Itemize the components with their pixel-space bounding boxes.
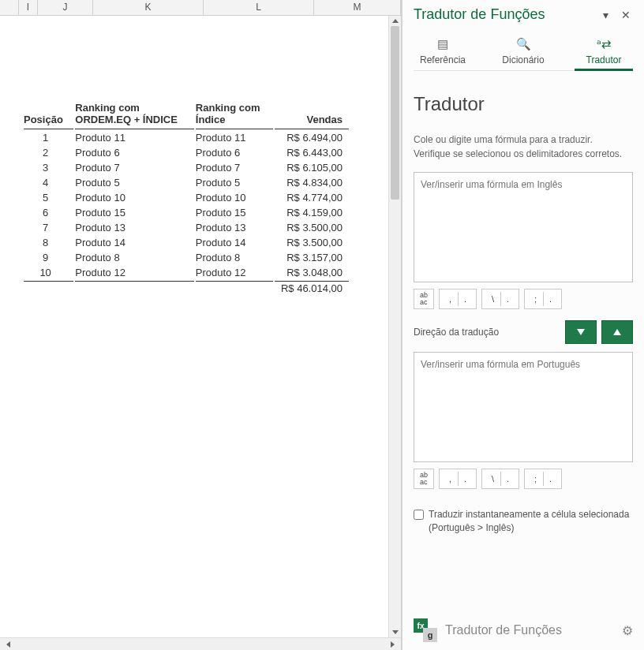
pos-cell: 9 [24, 251, 73, 264]
table-row[interactable]: 10Produto 12Produto 12R$ 3.048,00 [24, 266, 349, 279]
backslash-dot-toggle[interactable]: \. [481, 469, 519, 489]
total-cell: R$ 46.014,00 [275, 281, 349, 295]
rank2-cell: Produto 12 [196, 266, 273, 279]
table-row[interactable]: 3Produto 7Produto 7R$ 6.105,00 [24, 161, 349, 174]
section-title: Tradutor [414, 93, 633, 115]
rank2-cell: Produto 15 [196, 206, 273, 219]
pos-cell: 4 [24, 176, 73, 189]
translate-icon: ᵃ⇄ [575, 37, 633, 51]
pos-cell: 3 [24, 161, 73, 174]
gear-icon[interactable]: ⚙ [622, 623, 633, 638]
table-row[interactable]: 4Produto 5Produto 5R$ 4.834,00 [24, 176, 349, 189]
column-header-M[interactable]: M [314, 0, 401, 15]
tab-reference[interactable]: ▤Referência [414, 37, 472, 70]
value-cell: R$ 3.048,00 [275, 266, 349, 279]
horizontal-scrollbar[interactable] [0, 637, 401, 650]
pane-header: Tradutor de Funções ▾ ✕ [414, 6, 633, 23]
instant-translate-label: Traduzir instantaneamente a célula selec… [429, 508, 633, 535]
pane-menu-icon[interactable]: ▾ [598, 9, 612, 21]
rank2-cell: Produto 6 [196, 146, 273, 159]
delimiter-bar-bottom: ab ac ,. \. ;. [414, 469, 633, 489]
rank2-cell: Produto 10 [196, 191, 273, 204]
rank1-cell: Produto 10 [75, 191, 194, 204]
instant-translate-row[interactable]: Traduzir instantaneamente a célula selec… [414, 508, 633, 535]
pos-cell: 10 [24, 266, 73, 279]
cell-grid[interactable]: PosiçãoRanking comORDEM.EQ + ÍNDICERanki… [0, 16, 388, 637]
formula-input-portuguese[interactable] [414, 352, 633, 462]
rank2-cell: Produto 13 [196, 221, 273, 234]
rank1-cell: Produto 15 [75, 206, 194, 219]
table-row[interactable]: 6Produto 15Produto 15R$ 4.159,00 [24, 206, 349, 219]
table-row[interactable]: 7Produto 13Produto 13R$ 3.500,00 [24, 221, 349, 234]
fx-logo-icon: fxg [414, 618, 437, 642]
table-row[interactable]: 5Produto 10Produto 10R$ 4.774,00 [24, 191, 349, 204]
rank2-cell: Produto 7 [196, 161, 273, 174]
tab-dictionary[interactable]: 🔍Dicionário [494, 37, 552, 70]
instant-translate-checkbox[interactable] [414, 510, 424, 520]
table-row[interactable]: 9Produto 8Produto 8R$ 3.157,00 [24, 251, 349, 264]
translator-pane: Tradutor de Funções ▾ ✕ ▤Referência 🔍Dic… [402, 0, 644, 650]
column-headers: IJKLM [0, 0, 401, 16]
table-row[interactable]: 8Produto 14Produto 14R$ 3.500,00 [24, 236, 349, 249]
pos-cell: 8 [24, 236, 73, 249]
table-row[interactable]: 1Produto 11Produto 11R$ 6.494,00 [24, 131, 349, 144]
close-icon[interactable]: ✕ [619, 9, 633, 21]
value-cell: R$ 3.500,00 [275, 236, 349, 249]
table-header: Posição [24, 100, 73, 129]
ab-ac-button[interactable]: ab ac [414, 289, 434, 309]
rank1-cell: Produto 8 [75, 251, 194, 264]
table-row[interactable]: 2Produto 6Produto 6R$ 6.443,00 [24, 146, 349, 159]
pos-cell: 2 [24, 146, 73, 159]
vertical-scrollbar[interactable] [388, 16, 401, 637]
select-all-corner[interactable] [0, 0, 19, 15]
comma-dot-toggle[interactable]: ,. [439, 289, 477, 309]
column-header-I[interactable]: I [19, 0, 38, 15]
tab-label: Tradutor [586, 54, 622, 65]
tab-translator[interactable]: ᵃ⇄Tradutor [575, 37, 633, 70]
scroll-up-arrow[interactable] [392, 19, 399, 23]
translate-down-button[interactable] [565, 320, 597, 344]
scroll-track[interactable] [389, 24, 401, 629]
backslash-dot-toggle[interactable]: \. [481, 289, 519, 309]
table-header: Ranking comORDEM.EQ + ÍNDICE [75, 100, 194, 129]
formula-input-english[interactable] [414, 172, 633, 282]
comma-dot-toggle[interactable]: ,. [439, 469, 477, 489]
rank1-cell: Produto 11 [75, 131, 194, 144]
scroll-left-arrow[interactable] [6, 641, 10, 648]
rank2-cell: Produto 5 [196, 176, 273, 189]
scroll-right-arrow[interactable] [391, 641, 395, 648]
value-cell: R$ 3.157,00 [275, 251, 349, 264]
rank1-cell: Produto 6 [75, 146, 194, 159]
search-icon: 🔍 [494, 37, 552, 51]
tab-label: Referência [420, 54, 466, 65]
translate-up-button[interactable] [601, 320, 633, 344]
value-cell: R$ 6.443,00 [275, 146, 349, 159]
table-header: Ranking comÍndice [196, 100, 273, 129]
rank1-cell: Produto 12 [75, 266, 194, 279]
value-cell: R$ 6.105,00 [275, 161, 349, 174]
rank1-cell: Produto 13 [75, 221, 194, 234]
scroll-down-arrow[interactable] [392, 630, 399, 634]
semicolon-dot-toggle[interactable]: ;. [524, 469, 562, 489]
table-header: Vendas [275, 100, 349, 129]
direction-label: Direção da tradução [414, 327, 560, 338]
delimiter-bar-top: ab ac ,. \. ;. [414, 289, 633, 309]
value-cell: R$ 4.834,00 [275, 176, 349, 189]
hint-text: Cole ou digite uma fórmula para a traduz… [414, 133, 633, 161]
arrow-up-icon [613, 329, 621, 335]
rank1-cell: Produto 5 [75, 176, 194, 189]
pos-cell: 1 [24, 131, 73, 144]
value-cell: R$ 6.494,00 [275, 131, 349, 144]
scroll-thumb[interactable] [391, 26, 399, 200]
footer-label: Tradutor de Funções [445, 623, 622, 637]
value-cell: R$ 3.500,00 [275, 221, 349, 234]
column-header-L[interactable]: L [204, 0, 314, 15]
column-header-J[interactable]: J [38, 0, 93, 15]
rank1-cell: Produto 7 [75, 161, 194, 174]
book-icon: ▤ [414, 37, 472, 51]
ab-ac-button[interactable]: ab ac [414, 469, 434, 489]
column-header-K[interactable]: K [93, 0, 204, 15]
semicolon-dot-toggle[interactable]: ;. [524, 289, 562, 309]
tab-label: Dicionário [502, 54, 544, 65]
value-cell: R$ 4.159,00 [275, 206, 349, 219]
